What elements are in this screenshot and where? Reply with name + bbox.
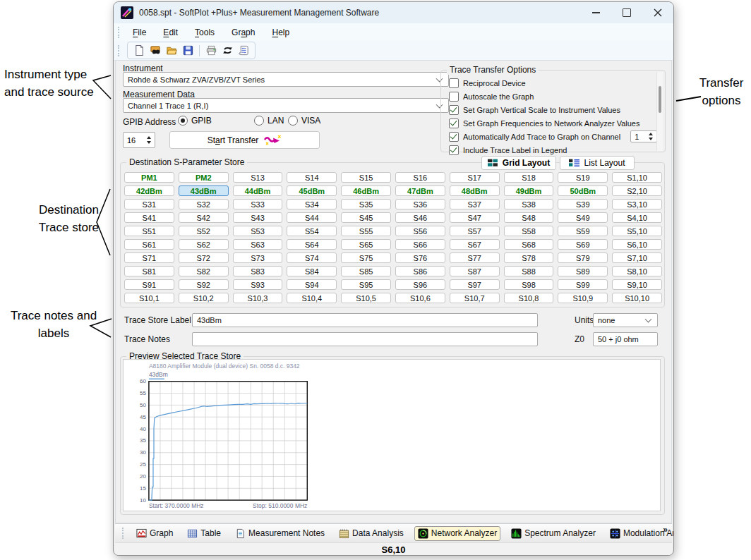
sparam-cell-s5-10[interactable]: S5,10 [612,226,662,236]
sparam-cell-s48[interactable]: S48 [504,212,554,223]
sparam-cell-s55[interactable]: S55 [341,226,391,236]
sparam-cell-s68[interactable]: S68 [504,239,554,250]
sparam-cell-s10-8[interactable]: S10,8 [504,293,554,303]
sparam-cell-s77[interactable]: S77 [450,252,500,263]
sparam-cell-s41[interactable]: S41 [124,212,174,223]
sparam-cell-s15[interactable]: S15 [341,172,391,183]
sparam-cell-s82[interactable]: S82 [179,266,229,276]
sparam-cell-s9-10[interactable]: S9,10 [612,279,662,290]
sparam-cell-s97[interactable]: S97 [450,279,500,290]
menu-file[interactable]: File [126,25,153,39]
sparam-cell-s39[interactable]: S39 [558,199,608,209]
option-include-trace-label-in-legend[interactable]: Include Trace Label in Legend [449,143,661,157]
sparam-cell-s64[interactable]: S64 [287,239,337,250]
minimize-button[interactable] [580,2,611,23]
tab-data-analysis[interactable]: Data Analysis [335,526,407,541]
sparam-cell-s10-2[interactable]: S10,2 [179,293,229,303]
tab-graph[interactable]: Graph [133,526,176,541]
sparam-cell-s43[interactable]: S43 [233,212,283,223]
sparam-cell-s66[interactable]: S66 [395,239,445,250]
list-layout-button[interactable]: List Layout [560,156,635,170]
sparam-cell-s18[interactable]: S18 [504,172,554,183]
sparam-cell-s71[interactable]: S71 [124,252,174,263]
sparam-cell-s52[interactable]: S52 [179,226,229,236]
sparam-cell-s94[interactable]: S94 [287,279,337,290]
sparam-cell-s8-10[interactable]: S8,10 [612,266,662,276]
sparam-cell-s88[interactable]: S88 [504,266,554,276]
grid-layout-button[interactable]: Grid Layout [481,156,556,170]
instrument-select[interactable]: Rohde & Schwarz ZVA/ZVB/ZVT Series [123,72,449,87]
sparam-cell-s46[interactable]: S46 [395,212,445,223]
sparam-cell-s96[interactable]: S96 [395,279,445,290]
sparam-cell-s31[interactable]: S31 [124,199,174,209]
sparam-cell-s51[interactable]: S51 [124,226,174,236]
sparam-cell-s54[interactable]: S54 [287,226,337,236]
tab-measurement-notes[interactable]: Measurement Notes [232,526,328,541]
measurement-data-select[interactable]: Channel 1 Trace 1 (R,I) [123,98,449,113]
sparam-cell-46dbm[interactable]: 46dBm [341,185,391,196]
sparam-cell-s85[interactable]: S85 [341,266,391,276]
sparam-cell-s10-7[interactable]: S10,7 [450,293,500,303]
sparam-cell-s10-5[interactable]: S10,5 [341,293,391,303]
sparam-cell-s57[interactable]: S57 [450,226,500,236]
sparam-cell-s3-10[interactable]: S3,10 [612,199,662,209]
sparam-cell-s89[interactable]: S89 [558,266,608,276]
sparam-cell-s16[interactable]: S16 [395,172,445,183]
gpib-address-spinner[interactable]: 16 [123,132,155,148]
sparam-cell-s13[interactable]: S13 [233,172,283,183]
option-set-graph-frequencies-to-network-analyzer-values[interactable]: Set Graph Frequencies to Network Analyze… [449,116,661,130]
sparam-cell-s37[interactable]: S37 [450,199,500,209]
sparam-cell-s93[interactable]: S93 [233,279,283,290]
checkbox-checked-icon[interactable] [449,132,459,142]
sparam-cell-s91[interactable]: S91 [124,279,174,290]
sparam-cell-s6-10[interactable]: S6,10 [612,239,662,250]
checkbox-checked-icon[interactable] [449,105,459,115]
sparam-cell-s17[interactable]: S17 [450,172,500,183]
tab-network-analyzer[interactable]: Network Analyzer [414,526,500,541]
sparam-cell-s76[interactable]: S76 [395,252,445,263]
sparam-cell-s38[interactable]: S38 [504,199,554,209]
checkbox-checked-icon[interactable] [449,118,459,128]
sparam-cell-s99[interactable]: S99 [558,279,608,290]
toolbar-button-open-folder[interactable] [164,44,179,57]
sparam-cell-s63[interactable]: S63 [233,239,283,250]
trace-notes-input[interactable] [192,332,538,346]
sparam-cell-s62[interactable]: S62 [179,239,229,250]
sparam-cell-s61[interactable]: S61 [124,239,174,250]
radio-gpib[interactable]: GPIB [178,116,254,126]
sparam-cell-s56[interactable]: S56 [395,226,445,236]
sparam-cell-s49[interactable]: S49 [558,212,608,223]
radio-lan[interactable]: LAN [254,116,288,126]
option-automatically-add-trace-to-graph-on-channel[interactable]: Automatically Add Trace to Graph on Chan… [449,130,661,143]
sparam-cell-49dbm[interactable]: 49dBm [504,185,554,196]
sparam-cell-s73[interactable]: S73 [233,252,283,263]
toolbar-button-find[interactable] [148,44,162,57]
resize-grip-icon[interactable] [668,552,669,554]
sparam-cell-s72[interactable]: S72 [179,252,229,263]
close-button[interactable] [642,2,673,23]
units-select[interactable]: none [593,313,658,327]
trace-store-label-input[interactable] [192,313,538,327]
tab-overflow-button[interactable]: » [663,525,668,535]
toolbar-button-save[interactable] [181,44,195,57]
tab-table[interactable]: Table [184,526,224,541]
sparam-cell-s75[interactable]: S75 [341,252,391,263]
checkbox-unchecked-icon[interactable] [449,78,459,88]
start-transfer-button[interactable]: Start Transfer [169,131,320,149]
toolbar-button-script[interactable] [236,44,251,57]
menu-graph[interactable]: Graph [224,25,262,39]
options-scrollbar-thumb[interactable] [659,86,661,113]
menu-help[interactable]: Help [265,25,296,39]
option-set-graph-vertical-scale-to-instrument-values[interactable]: Set Graph Vertical Scale to Instrument V… [449,103,661,116]
sparam-cell-s59[interactable]: S59 [558,226,608,236]
menu-edit[interactable]: Edit [156,25,185,39]
sparam-cell-s19[interactable]: S19 [558,172,608,183]
sparam-cell-s86[interactable]: S86 [395,266,445,276]
sparam-cell-s87[interactable]: S87 [450,266,500,276]
option-reciprocal-device[interactable]: Reciprocal Device [449,76,661,90]
sparam-cell-s45[interactable]: S45 [341,212,391,223]
sparam-cell-s42[interactable]: S42 [179,212,229,223]
sparam-cell-s1-10[interactable]: S1,10 [612,172,662,183]
menu-tools[interactable]: Tools [188,25,222,39]
sparam-cell-s92[interactable]: S92 [179,279,229,290]
